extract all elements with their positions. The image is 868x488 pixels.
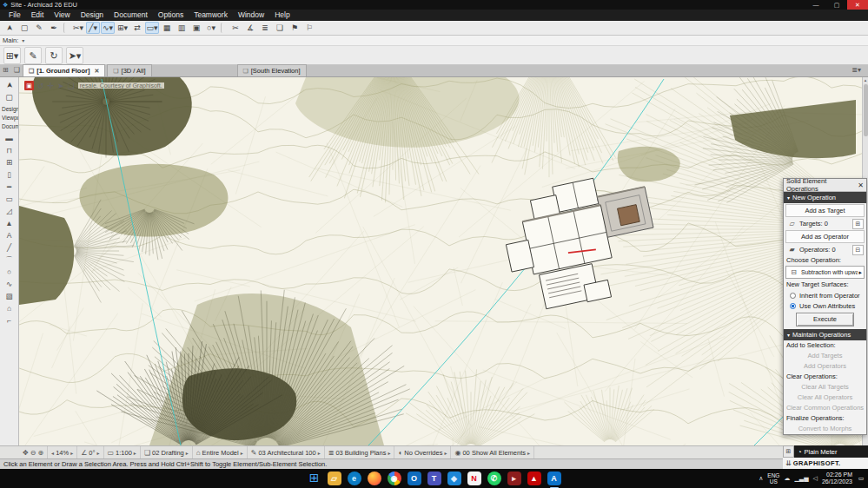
whatsapp-icon[interactable]: ✆ — [487, 472, 501, 485]
layer-menu-icon[interactable]: ▸ — [186, 450, 189, 456]
clear-all-targets-button[interactable]: Clear All Targets — [784, 382, 866, 392]
rotate-icon[interactable]: ↻ — [45, 47, 63, 64]
maximize-button[interactable]: ▢ — [826, 0, 847, 10]
suspend-groups-icon[interactable]: ▣ — [24, 81, 34, 90]
firefox-icon[interactable] — [368, 472, 381, 485]
menu-item[interactable]: Help — [269, 10, 295, 21]
override-value[interactable]: No Overrides — [404, 449, 442, 457]
add-as-operator-button[interactable]: Add as Operator — [785, 230, 865, 243]
flag-icon[interactable]: ⚑ — [288, 22, 301, 34]
pen-icon[interactable]: ✎ — [32, 22, 46, 34]
stair-lines-icon[interactable]: ≣ — [258, 22, 272, 34]
trim-icon[interactable]: ✂ — [229, 22, 242, 34]
add-as-target-button[interactable]: Add as Target — [785, 204, 865, 217]
pen-set-menu-icon[interactable]: ▸ — [318, 450, 321, 456]
scale-menu-icon[interactable]: ▸ — [134, 450, 136, 456]
wifi-icon[interactable]: ▁▃▅ — [794, 475, 808, 482]
pick-operators-button[interactable]: ⊟ — [852, 245, 864, 255]
meter-toggle-button[interactable]: ⊞ — [783, 445, 794, 458]
structure-display-value[interactable]: Entire Model — [202, 449, 239, 457]
media-player-icon[interactable]: ▸ — [507, 472, 521, 485]
tab-pane-icon[interactable]: ❏ — [11, 64, 23, 76]
inherit-from-operator-option[interactable]: Inherit from Operator — [784, 290, 866, 300]
layout-menu-icon[interactable]: ▸ — [388, 450, 390, 456]
scrollbar-thumb[interactable] — [864, 84, 868, 136]
select-arrow-icon[interactable]: ➤ — [3, 21, 16, 35]
menu-item[interactable]: Teamwork — [189, 10, 233, 21]
layer-combination-value[interactable]: 02 Drafting — [152, 449, 184, 457]
clear-common-operations-button[interactable]: Clear Common Operations — [784, 403, 866, 413]
close-button[interactable]: ✕ — [847, 0, 868, 10]
model-view-options-value[interactable]: 03 Building Plans — [335, 449, 386, 457]
tab-3d-all[interactable]: ❏ [3D / All] — [107, 64, 151, 76]
mesh-tool-icon[interactable]: ▲ — [3, 218, 17, 229]
grid-icon[interactable]: ⊞▾ — [116, 22, 129, 34]
netflix-icon[interactable]: N — [467, 472, 481, 485]
renovation-filter-control[interactable]: ◉ 00 Show All Elements ▸ — [451, 446, 534, 458]
scale-control[interactable]: ▭ 1:100 ▸ — [104, 446, 141, 458]
convert-to-morphs-button[interactable]: Convert to Morphs — [784, 424, 866, 434]
structure-display-control[interactable]: ⌂ Entire Model ▸ — [193, 446, 248, 458]
clear-all-operators-button[interactable]: Clear All Operators — [784, 392, 866, 403]
text-tool-icon[interactable]: A — [3, 230, 17, 241]
maintain-operations-header[interactable]: ▾ Maintain Operations — [784, 329, 866, 340]
notification-center-icon[interactable]: ▭ — [857, 475, 865, 482]
override-menu-icon[interactable]: ▸ — [444, 450, 447, 456]
scroll-up-icon[interactable]: ▴ — [865, 77, 867, 82]
menu-item[interactable]: Document — [109, 10, 153, 21]
line-tool-icon[interactable]: ╱ — [3, 242, 17, 254]
pen-set-control[interactable]: ✎ 03 Architectural 100 ▸ — [248, 446, 325, 458]
model-view-options-control[interactable]: ≣ 03 Building Plans ▸ — [325, 446, 395, 458]
palette-title-bar[interactable]: Solid Element Operations ✕ — [784, 179, 866, 192]
language-indicator[interactable]: ENG US — [767, 472, 779, 485]
acrobat-icon[interactable]: ▲ — [527, 472, 541, 485]
menu-item[interactable]: Design — [76, 10, 109, 21]
copy-view-icon[interactable]: ❏ — [68, 82, 75, 90]
rotation-menu-icon[interactable]: ▸ — [97, 450, 100, 456]
tab-ground-floor[interactable]: ❏ [1. Ground Floor] ✕ — [23, 64, 105, 76]
beam-tool-icon[interactable]: ━ — [3, 181, 17, 193]
structure-menu-icon[interactable]: ▸ — [241, 450, 243, 456]
pan-icon[interactable]: ✥ — [23, 449, 29, 457]
menu-item[interactable]: File — [3, 10, 26, 21]
marquee-icon[interactable]: ▢ — [17, 22, 31, 34]
select-arrow-icon[interactable]: ➤ — [3, 78, 16, 92]
menu-item[interactable]: Options — [153, 10, 189, 21]
chrome-icon[interactable]: ◉ — [388, 472, 401, 485]
execute-button[interactable]: Execute — [796, 313, 854, 326]
brush-icon[interactable]: ✒ — [47, 22, 61, 34]
spline-tool-icon[interactable]: ∿ — [3, 279, 17, 290]
zoom-value[interactable]: 14% — [56, 449, 69, 457]
column-tool-icon[interactable]: ▯ — [3, 169, 17, 181]
add-point-icon[interactable]: ✛ — [48, 82, 55, 90]
use-own-attributes-option[interactable]: Use Own Attributes — [784, 300, 866, 311]
filter-menu-icon[interactable]: ▸ — [527, 450, 530, 456]
new-operation-header[interactable]: ▾ New Operation — [784, 192, 866, 203]
pen-settings-icon[interactable]: ✎ — [24, 47, 42, 64]
graphic-override-control[interactable]: ◐ No Overrides ▸ — [394, 446, 451, 458]
cursor-icon[interactable]: ➤ — [57, 82, 64, 90]
add-operators-button[interactable]: Add Operators — [784, 361, 866, 372]
toolbox-group-viewpoint[interactable]: Viewpoi — [2, 114, 18, 122]
section-tool-icon[interactable]: ⌐ — [3, 315, 17, 326]
circle-tool-icon[interactable]: ○▾ — [204, 22, 218, 34]
menu-item[interactable]: View — [49, 10, 75, 21]
column-grid-icon[interactable]: ▥ — [175, 22, 189, 34]
drawing-canvas[interactable]: ▣ ↺ ✛ ➤ ❏ resale. Courtesy of Graphisoft… — [19, 77, 862, 445]
pick-targets-button[interactable]: ⊞ — [852, 219, 864, 229]
operation-dropdown[interactable]: ⊟ Subtraction with upwar... ▸ — [785, 266, 865, 279]
hatch-tool-icon[interactable]: ▨ — [3, 291, 17, 302]
tab-close-icon[interactable]: ✕ — [94, 68, 99, 75]
zoom-prev-icon[interactable]: ◂ — [51, 450, 54, 456]
marquee-select-icon[interactable]: ▢ — [3, 91, 17, 103]
scissors-icon[interactable]: ✂▾ — [71, 22, 85, 34]
sheet-icon[interactable]: ❏ — [273, 22, 287, 34]
teams-icon[interactable]: T — [427, 472, 441, 485]
layer-combination-control[interactable]: ❏ 02 Drafting ▸ — [141, 446, 193, 458]
line-style-icon[interactable]: ╱▾ — [86, 22, 100, 34]
archicad-icon[interactable]: A — [547, 472, 561, 485]
toolbox-group-design[interactable]: Design — [2, 105, 18, 114]
door-tool-icon[interactable]: ⊓ — [3, 145, 17, 156]
pen-set-value[interactable]: 03 Architectural 100 — [258, 449, 315, 457]
tab-list-icon[interactable]: ≣▾ — [851, 64, 868, 76]
